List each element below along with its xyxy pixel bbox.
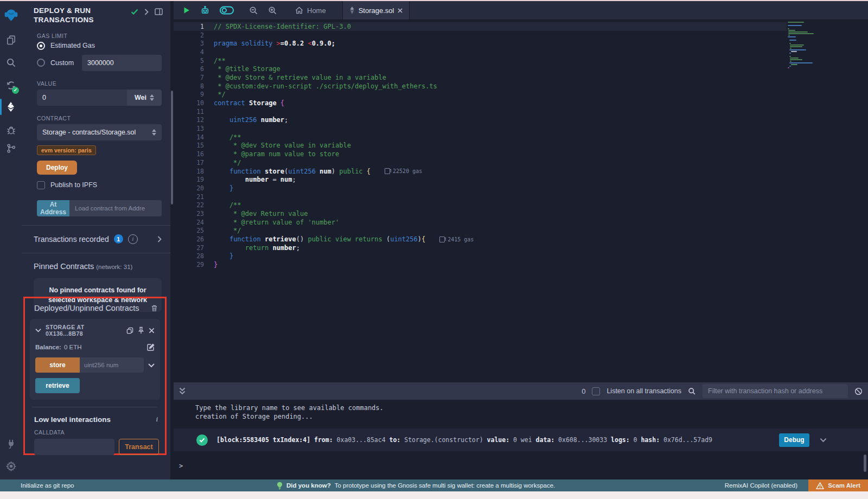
code-line[interactable]: 27 return number; xyxy=(174,244,787,252)
close-icon[interactable] xyxy=(149,328,155,334)
code-line[interactable]: 15 * @dev Store value in variable xyxy=(174,142,787,150)
chevron-right-icon[interactable] xyxy=(144,9,149,15)
pin-icon[interactable] xyxy=(138,327,144,334)
terminal-prompt[interactable]: > xyxy=(179,462,183,470)
code-line[interactable]: 4 xyxy=(174,48,787,56)
code-line[interactable]: 16 * @param num value to store xyxy=(174,150,787,158)
store-function-button[interactable]: store xyxy=(35,357,80,373)
solidity-file-icon xyxy=(349,7,355,14)
scam-alert-button[interactable]: Scam Alert xyxy=(808,479,868,491)
retrieve-function-button[interactable]: retrieve xyxy=(35,378,80,393)
transact-button[interactable]: Transact xyxy=(119,439,159,455)
tab-storage-sol[interactable]: Storage.sol xyxy=(342,1,410,20)
git-icon[interactable] xyxy=(0,138,22,158)
terminal-output[interactable]: Type the library name to see available c… xyxy=(174,400,868,479)
debug-button[interactable]: Debug xyxy=(779,433,809,447)
close-tab-icon[interactable] xyxy=(398,8,403,13)
tab-home[interactable]: Home xyxy=(289,1,333,20)
publish-ipfs-checkbox[interactable] xyxy=(37,181,45,189)
calldata-input[interactable] xyxy=(34,439,114,455)
custom-gas-input[interactable] xyxy=(82,55,162,71)
deploy-run-panel: DEPLOY & RUN TRANSACTIONS GAS LIMIT Esti… xyxy=(22,1,170,479)
custom-gas-label: Custom xyxy=(50,59,82,67)
file-explorer-icon[interactable] xyxy=(0,29,22,50)
terminal-filter-input[interactable] xyxy=(703,384,848,398)
ai-assistant-robot-icon[interactable] xyxy=(195,1,215,20)
code-line[interactable]: 1// SPDX-License-Identifier: GPL-3.0 xyxy=(174,22,787,31)
panel-scrollbar[interactable] xyxy=(171,91,173,204)
code-line[interactable]: 11 xyxy=(174,107,787,116)
code-line[interactable]: 7 * @dev Store & retrieve value in a var… xyxy=(174,73,787,82)
code-line[interactable]: 25 */ xyxy=(174,227,787,235)
solidity-compiler-icon[interactable]: ✓ xyxy=(0,75,22,95)
code-line[interactable]: 28 } xyxy=(174,252,787,261)
listen-transactions-checkbox[interactable] xyxy=(592,387,600,395)
code-line[interactable]: 26 function retrieve() public view retur… xyxy=(174,235,787,244)
zoom-in-icon[interactable] xyxy=(263,1,282,20)
clear-console-icon[interactable] xyxy=(854,387,863,395)
code-line[interactable]: 10contract Storage { xyxy=(174,99,787,107)
code-line[interactable]: 5/** xyxy=(174,56,787,65)
info-icon[interactable]: i xyxy=(156,415,158,424)
code-line[interactable]: 2 xyxy=(174,31,787,40)
gas-estimate-annotation: 2415 gas xyxy=(439,236,474,242)
debugger-icon[interactable] xyxy=(0,119,22,140)
collapse-terminal-icon[interactable] xyxy=(179,387,186,395)
copy-icon[interactable] xyxy=(126,327,133,334)
at-address-input[interactable] xyxy=(69,200,162,216)
icon-sidebar: ✓ xyxy=(0,1,22,479)
code-line[interactable]: 21 xyxy=(174,193,787,201)
code-line[interactable]: 14 /** xyxy=(174,133,787,142)
contract-select[interactable]: Storage - contracts/Storage.sol xyxy=(37,124,162,140)
code-line[interactable]: 22 /** xyxy=(174,201,787,209)
code-line[interactable]: 20 } xyxy=(174,184,787,193)
deploy-button[interactable]: Deploy xyxy=(37,161,77,175)
transactions-recorded-row[interactable]: Transactions recorded 1 i xyxy=(34,234,162,244)
code-line[interactable]: 24 * @return value of 'number' xyxy=(174,218,787,227)
chevron-down-icon[interactable] xyxy=(35,328,41,332)
did-you-know-tip: Did you know? To prototype using the Gno… xyxy=(277,482,555,490)
code-line[interactable]: 17 */ xyxy=(174,158,787,167)
info-icon[interactable]: i xyxy=(128,234,138,244)
transaction-log-row[interactable]: [block:5583405 txIndex:4] from: 0xa03...… xyxy=(174,428,868,451)
expand-tx-chevron-icon[interactable] xyxy=(820,438,827,443)
estimated-gas-radio[interactable] xyxy=(37,42,45,50)
custom-gas-radio[interactable] xyxy=(37,59,45,67)
code-line[interactable]: 29} xyxy=(174,260,787,269)
chevron-right-icon[interactable] xyxy=(157,236,162,242)
zoom-out-icon[interactable] xyxy=(244,1,263,20)
code-line[interactable]: 8 * @custom:dev-run-script ./scripts/dep… xyxy=(174,82,787,91)
trash-icon[interactable] xyxy=(151,304,158,312)
value-unit-select[interactable]: Wei xyxy=(127,89,162,106)
store-arg-input[interactable] xyxy=(80,357,144,373)
settings-gear-icon[interactable] xyxy=(0,456,22,476)
remix-logo-icon[interactable] xyxy=(0,4,22,25)
deploy-run-icon[interactable] xyxy=(0,97,22,117)
value-input[interactable] xyxy=(42,90,122,105)
run-script-play-icon[interactable] xyxy=(178,1,195,20)
code-editor[interactable]: 1// SPDX-License-Identifier: GPL-3.023pr… xyxy=(174,20,868,382)
search-icon[interactable] xyxy=(0,52,22,73)
search-icon[interactable] xyxy=(688,387,696,395)
copilot-toggle-icon[interactable] xyxy=(215,1,239,20)
code-line[interactable]: 3pragma solidity >=0.8.2 <0.9.0; xyxy=(174,39,787,48)
terminal-scrollbar[interactable] xyxy=(864,455,866,472)
pinned-network-label: (network: 31) xyxy=(96,264,132,270)
terminal: 0 Listen on all transactions Type the li… xyxy=(174,382,868,479)
copilot-status[interactable]: RemixAI Copilot (enabled) xyxy=(725,482,797,489)
code-line[interactable]: 12 uint256 number; xyxy=(174,116,787,125)
expand-args-chevron-icon[interactable] xyxy=(148,363,155,368)
code-line[interactable]: 9 */ xyxy=(174,91,787,99)
plugin-manager-icon[interactable] xyxy=(0,433,22,453)
code-line[interactable]: 23 * @dev Return value xyxy=(174,209,787,218)
code-line[interactable]: 6 * @title Storage xyxy=(174,65,787,73)
minimap[interactable] xyxy=(788,22,826,69)
edit-icon[interactable] xyxy=(147,343,155,351)
at-address-button[interactable]: At Address xyxy=(37,200,69,216)
code-line[interactable]: 13 xyxy=(174,124,787,133)
git-init-status[interactable]: Initialize as git repo xyxy=(21,482,74,489)
code-line[interactable]: 18 function store(uint256 num) public {2… xyxy=(174,167,787,176)
code-line[interactable]: 19 number = num; xyxy=(174,175,787,184)
terminal-line: Type the library name to see available c… xyxy=(174,400,868,412)
pin-panel-icon[interactable] xyxy=(155,8,163,15)
